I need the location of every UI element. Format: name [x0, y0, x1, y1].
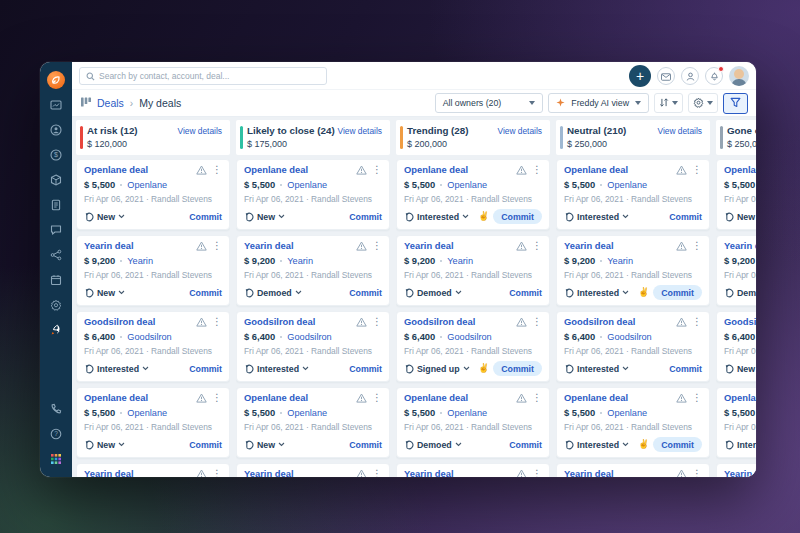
kebab-menu-icon[interactable]: ⋮ [212, 241, 222, 251]
deal-name-link[interactable]: Yearin deal [724, 468, 756, 477]
deal-name-link[interactable]: Goodsilron deal [404, 316, 511, 328]
commit-button[interactable]: Commit [493, 361, 542, 376]
kebab-menu-icon[interactable]: ⋮ [692, 317, 702, 327]
kebab-menu-icon[interactable]: ⋮ [372, 241, 382, 251]
deal-card[interactable]: Yearin deal⋮$ 9,200YearinFri Apr 06, 202… [556, 235, 710, 306]
deal-name-link[interactable]: Openlane deal [724, 164, 756, 176]
deal-card[interactable]: Openlane deal⋮$ 5,500OpenlaneFri Apr 06,… [76, 159, 230, 230]
deal-card[interactable]: Openlane deal⋮$ 5,500OpenlaneFri Apr 06,… [556, 387, 710, 458]
view-select[interactable]: Freddy AI view [548, 93, 649, 113]
filter-button[interactable] [723, 93, 748, 114]
deal-card[interactable]: Goodsilron deal⋮$ 6,400GoodsilronFri Apr… [556, 311, 710, 382]
stage-dropdown[interactable]: Interested [724, 440, 756, 450]
deal-name-link[interactable]: Openlane deal [564, 164, 671, 176]
deal-name-link[interactable]: Yearin deal [404, 468, 511, 477]
deal-card[interactable]: Goodsilron deal⋮$ 6,400GoodsilronFri Apr… [716, 311, 756, 382]
deal-card[interactable]: Goodsilron deal⋮$ 6,400GoodsilronFri Apr… [236, 311, 390, 382]
kebab-menu-icon[interactable]: ⋮ [212, 469, 222, 477]
stage-dropdown[interactable]: Demoed [404, 440, 462, 450]
view-details-link[interactable]: View details [497, 126, 542, 136]
sidebar-item-phone[interactable] [40, 396, 72, 421]
deal-name-link[interactable]: Yearin deal [404, 240, 511, 252]
deal-card[interactable]: Yearin deal⋮$ 9,200YearinFri Apr 06, 202… [236, 463, 390, 477]
view-details-link[interactable]: View details [177, 126, 222, 136]
stage-dropdown[interactable]: New [244, 212, 285, 222]
kebab-menu-icon[interactable]: ⋮ [692, 469, 702, 477]
contact-button[interactable] [681, 67, 699, 85]
account-link[interactable]: Goodsilron [287, 331, 331, 343]
kebab-menu-icon[interactable]: ⋮ [372, 165, 382, 175]
deal-card[interactable]: Openlane deal⋮$ 5,500OpenlaneFri Apr 06,… [716, 159, 756, 230]
stage-dropdown[interactable]: Interested [244, 364, 309, 374]
sidebar-item-apps-grid[interactable] [40, 446, 72, 471]
sidebar-item-contacts[interactable] [40, 117, 72, 142]
stage-dropdown[interactable]: Interested [84, 364, 149, 374]
commit-button[interactable]: Commit [189, 288, 222, 298]
commit-button[interactable]: Commit [189, 212, 222, 222]
kebab-menu-icon[interactable]: ⋮ [692, 241, 702, 251]
kebab-menu-icon[interactable]: ⋮ [532, 393, 542, 403]
kebab-menu-icon[interactable]: ⋮ [372, 393, 382, 403]
deal-card[interactable]: Openlane deal⋮$ 5,500OpenlaneFri Apr 06,… [236, 387, 390, 458]
deal-card[interactable]: Goodsilron deal⋮$ 6,400GoodsilronFri Apr… [396, 311, 550, 382]
notifications-button[interactable] [705, 67, 723, 85]
deal-name-link[interactable]: Openlane deal [724, 392, 756, 404]
stage-dropdown[interactable]: Interested [404, 212, 469, 222]
account-link[interactable]: Yearin [607, 255, 633, 267]
deal-card[interactable]: Yearin deal⋮$ 9,200YearinFri Apr 06, 202… [396, 463, 550, 477]
deal-name-link[interactable]: Yearin deal [564, 240, 671, 252]
global-search[interactable] [79, 67, 327, 85]
user-avatar[interactable] [729, 66, 749, 86]
stage-dropdown[interactable]: Demoed [244, 288, 302, 298]
deal-name-link[interactable]: Openlane deal [244, 392, 351, 404]
deal-card[interactable]: Openlane deal⋮$ 5,500OpenlaneFri Apr 06,… [396, 159, 550, 230]
stage-dropdown[interactable]: Interested [564, 364, 629, 374]
stage-dropdown[interactable]: Interested [564, 440, 629, 450]
account-link[interactable]: Openlane [607, 407, 647, 419]
account-link[interactable]: Openlane [447, 407, 487, 419]
sidebar-item-help[interactable]: ? [40, 421, 72, 446]
deal-name-link[interactable]: Openlane deal [404, 164, 511, 176]
commit-button[interactable]: Commit [349, 440, 382, 450]
sidebar-item-automations[interactable] [40, 242, 72, 267]
stage-dropdown[interactable]: New [724, 212, 756, 222]
deal-card[interactable]: Yearin deal⋮$ 9,200YearinFri Apr 06, 202… [236, 235, 390, 306]
account-link[interactable]: Openlane [447, 179, 487, 191]
deal-card[interactable]: Openlane deal⋮$ 5,500OpenlaneFri Apr 06,… [556, 159, 710, 230]
sidebar-item-deals[interactable]: $ [40, 142, 72, 167]
deal-name-link[interactable]: Yearin deal [244, 240, 351, 252]
deal-card[interactable]: Yearin deal⋮$ 9,200YearinFri Apr 06, 202… [556, 463, 710, 477]
sidebar-item-dashboard[interactable] [40, 92, 72, 117]
email-button[interactable] [657, 67, 675, 85]
stage-dropdown[interactable]: Demoed [404, 288, 462, 298]
deal-card[interactable]: Openlane deal⋮$ 5,500OpenlaneFri Apr 06,… [76, 387, 230, 458]
deal-card[interactable]: Openlane deal⋮$ 5,500OpenlaneFri Apr 06,… [236, 159, 390, 230]
account-link[interactable]: Openlane [287, 407, 327, 419]
commit-button[interactable]: Commit [509, 440, 542, 450]
kebab-menu-icon[interactable]: ⋮ [532, 241, 542, 251]
deal-card[interactable]: Openlane deal⋮$ 5,500OpenlaneFri Apr 06,… [716, 387, 756, 458]
commit-button[interactable]: Commit [349, 364, 382, 374]
stage-dropdown[interactable]: New [84, 212, 125, 222]
stage-dropdown[interactable]: New [244, 440, 285, 450]
sidebar-item-conversations[interactable] [40, 217, 72, 242]
deal-name-link[interactable]: Openlane deal [404, 392, 511, 404]
account-link[interactable]: Openlane [127, 407, 167, 419]
kebab-menu-icon[interactable]: ⋮ [692, 165, 702, 175]
deal-card[interactable]: Yearin deal⋮$ 9,200YearinFri Apr 06, 202… [76, 235, 230, 306]
kebab-menu-icon[interactable]: ⋮ [532, 317, 542, 327]
sidebar-item-appointments[interactable] [40, 267, 72, 292]
sidebar-item-documents[interactable] [40, 192, 72, 217]
sort-button[interactable] [654, 93, 683, 113]
add-button[interactable]: + [629, 65, 651, 87]
account-link[interactable]: Goodsilron [607, 331, 651, 343]
deal-name-link[interactable]: Openlane deal [564, 392, 671, 404]
deal-card[interactable]: Openlane deal⋮$ 5,500OpenlaneFri Apr 06,… [396, 387, 550, 458]
sidebar-item-settings[interactable] [40, 292, 72, 317]
stage-dropdown[interactable]: Signed up [404, 364, 470, 374]
account-link[interactable]: Yearin [127, 255, 153, 267]
deal-name-link[interactable]: Openlane deal [84, 392, 191, 404]
deal-name-link[interactable]: Goodsilron deal [244, 316, 351, 328]
deal-card[interactable]: Goodsilron deal⋮$ 6,400GoodsilronFri Apr… [76, 311, 230, 382]
kebab-menu-icon[interactable]: ⋮ [532, 165, 542, 175]
